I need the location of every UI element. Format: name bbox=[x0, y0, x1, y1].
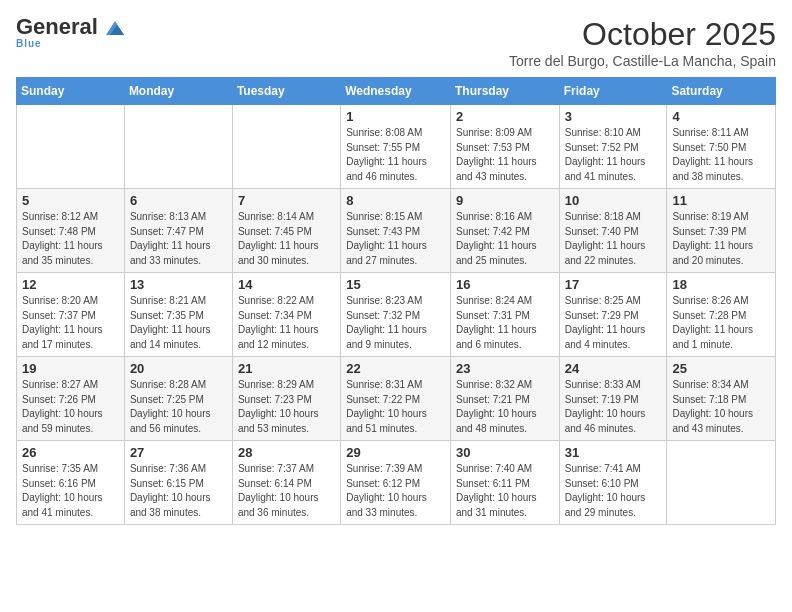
calendar-cell bbox=[667, 441, 776, 525]
location-title: Torre del Burgo, Castille-La Mancha, Spa… bbox=[509, 53, 776, 69]
weekday-header: Saturday bbox=[667, 78, 776, 105]
day-info: Sunrise: 8:10 AM Sunset: 7:52 PM Dayligh… bbox=[565, 126, 662, 184]
day-info: Sunrise: 8:15 AM Sunset: 7:43 PM Dayligh… bbox=[346, 210, 445, 268]
calendar-cell: 9Sunrise: 8:16 AM Sunset: 7:42 PM Daylig… bbox=[450, 189, 559, 273]
day-info: Sunrise: 8:14 AM Sunset: 7:45 PM Dayligh… bbox=[238, 210, 335, 268]
day-number: 1 bbox=[346, 109, 445, 124]
logo-subtitle: Blue bbox=[16, 38, 42, 49]
weekday-header: Wednesday bbox=[341, 78, 451, 105]
calendar-cell: 24Sunrise: 8:33 AM Sunset: 7:19 PM Dayli… bbox=[559, 357, 667, 441]
day-info: Sunrise: 8:32 AM Sunset: 7:21 PM Dayligh… bbox=[456, 378, 554, 436]
calendar-cell: 28Sunrise: 7:37 AM Sunset: 6:14 PM Dayli… bbox=[232, 441, 340, 525]
day-info: Sunrise: 8:20 AM Sunset: 7:37 PM Dayligh… bbox=[22, 294, 119, 352]
day-number: 27 bbox=[130, 445, 227, 460]
day-number: 2 bbox=[456, 109, 554, 124]
day-number: 23 bbox=[456, 361, 554, 376]
calendar-header-row: SundayMondayTuesdayWednesdayThursdayFrid… bbox=[17, 78, 776, 105]
day-info: Sunrise: 8:33 AM Sunset: 7:19 PM Dayligh… bbox=[565, 378, 662, 436]
calendar-week-row: 19Sunrise: 8:27 AM Sunset: 7:26 PM Dayli… bbox=[17, 357, 776, 441]
calendar-cell: 27Sunrise: 7:36 AM Sunset: 6:15 PM Dayli… bbox=[124, 441, 232, 525]
day-number: 15 bbox=[346, 277, 445, 292]
day-info: Sunrise: 7:41 AM Sunset: 6:10 PM Dayligh… bbox=[565, 462, 662, 520]
day-info: Sunrise: 7:39 AM Sunset: 6:12 PM Dayligh… bbox=[346, 462, 445, 520]
day-info: Sunrise: 8:22 AM Sunset: 7:34 PM Dayligh… bbox=[238, 294, 335, 352]
calendar-cell: 23Sunrise: 8:32 AM Sunset: 7:21 PM Dayli… bbox=[450, 357, 559, 441]
day-number: 6 bbox=[130, 193, 227, 208]
day-info: Sunrise: 8:13 AM Sunset: 7:47 PM Dayligh… bbox=[130, 210, 227, 268]
day-info: Sunrise: 7:36 AM Sunset: 6:15 PM Dayligh… bbox=[130, 462, 227, 520]
day-number: 21 bbox=[238, 361, 335, 376]
calendar-cell: 11Sunrise: 8:19 AM Sunset: 7:39 PM Dayli… bbox=[667, 189, 776, 273]
day-info: Sunrise: 8:27 AM Sunset: 7:26 PM Dayligh… bbox=[22, 378, 119, 436]
calendar-cell: 18Sunrise: 8:26 AM Sunset: 7:28 PM Dayli… bbox=[667, 273, 776, 357]
calendar-cell: 14Sunrise: 8:22 AM Sunset: 7:34 PM Dayli… bbox=[232, 273, 340, 357]
calendar-cell: 7Sunrise: 8:14 AM Sunset: 7:45 PM Daylig… bbox=[232, 189, 340, 273]
calendar-cell: 13Sunrise: 8:21 AM Sunset: 7:35 PM Dayli… bbox=[124, 273, 232, 357]
day-info: Sunrise: 8:24 AM Sunset: 7:31 PM Dayligh… bbox=[456, 294, 554, 352]
calendar-cell: 2Sunrise: 8:09 AM Sunset: 7:53 PM Daylig… bbox=[450, 105, 559, 189]
weekday-header: Sunday bbox=[17, 78, 125, 105]
calendar-cell: 30Sunrise: 7:40 AM Sunset: 6:11 PM Dayli… bbox=[450, 441, 559, 525]
day-info: Sunrise: 8:34 AM Sunset: 7:18 PM Dayligh… bbox=[672, 378, 770, 436]
calendar-cell: 22Sunrise: 8:31 AM Sunset: 7:22 PM Dayli… bbox=[341, 357, 451, 441]
weekday-header: Monday bbox=[124, 78, 232, 105]
calendar-cell: 4Sunrise: 8:11 AM Sunset: 7:50 PM Daylig… bbox=[667, 105, 776, 189]
day-info: Sunrise: 8:21 AM Sunset: 7:35 PM Dayligh… bbox=[130, 294, 227, 352]
calendar-cell: 3Sunrise: 8:10 AM Sunset: 7:52 PM Daylig… bbox=[559, 105, 667, 189]
month-title: October 2025 bbox=[509, 16, 776, 53]
calendar-cell: 19Sunrise: 8:27 AM Sunset: 7:26 PM Dayli… bbox=[17, 357, 125, 441]
day-info: Sunrise: 7:40 AM Sunset: 6:11 PM Dayligh… bbox=[456, 462, 554, 520]
calendar-cell: 31Sunrise: 7:41 AM Sunset: 6:10 PM Dayli… bbox=[559, 441, 667, 525]
day-info: Sunrise: 8:31 AM Sunset: 7:22 PM Dayligh… bbox=[346, 378, 445, 436]
day-info: Sunrise: 8:23 AM Sunset: 7:32 PM Dayligh… bbox=[346, 294, 445, 352]
day-info: Sunrise: 8:16 AM Sunset: 7:42 PM Dayligh… bbox=[456, 210, 554, 268]
calendar-cell: 5Sunrise: 8:12 AM Sunset: 7:48 PM Daylig… bbox=[17, 189, 125, 273]
calendar-cell: 15Sunrise: 8:23 AM Sunset: 7:32 PM Dayli… bbox=[341, 273, 451, 357]
day-number: 24 bbox=[565, 361, 662, 376]
day-number: 12 bbox=[22, 277, 119, 292]
day-info: Sunrise: 8:26 AM Sunset: 7:28 PM Dayligh… bbox=[672, 294, 770, 352]
day-number: 13 bbox=[130, 277, 227, 292]
day-number: 10 bbox=[565, 193, 662, 208]
weekday-header: Thursday bbox=[450, 78, 559, 105]
calendar-table: SundayMondayTuesdayWednesdayThursdayFrid… bbox=[16, 77, 776, 525]
weekday-header: Tuesday bbox=[232, 78, 340, 105]
day-info: Sunrise: 8:08 AM Sunset: 7:55 PM Dayligh… bbox=[346, 126, 445, 184]
day-number: 8 bbox=[346, 193, 445, 208]
day-number: 30 bbox=[456, 445, 554, 460]
day-number: 25 bbox=[672, 361, 770, 376]
day-info: Sunrise: 8:09 AM Sunset: 7:53 PM Dayligh… bbox=[456, 126, 554, 184]
day-number: 19 bbox=[22, 361, 119, 376]
calendar-cell: 10Sunrise: 8:18 AM Sunset: 7:40 PM Dayli… bbox=[559, 189, 667, 273]
calendar-week-row: 5Sunrise: 8:12 AM Sunset: 7:48 PM Daylig… bbox=[17, 189, 776, 273]
day-number: 17 bbox=[565, 277, 662, 292]
day-number: 9 bbox=[456, 193, 554, 208]
day-info: Sunrise: 8:18 AM Sunset: 7:40 PM Dayligh… bbox=[565, 210, 662, 268]
day-number: 7 bbox=[238, 193, 335, 208]
calendar-cell: 21Sunrise: 8:29 AM Sunset: 7:23 PM Dayli… bbox=[232, 357, 340, 441]
weekday-header: Friday bbox=[559, 78, 667, 105]
day-info: Sunrise: 7:35 AM Sunset: 6:16 PM Dayligh… bbox=[22, 462, 119, 520]
calendar-cell: 12Sunrise: 8:20 AM Sunset: 7:37 PM Dayli… bbox=[17, 273, 125, 357]
calendar-cell: 29Sunrise: 7:39 AM Sunset: 6:12 PM Dayli… bbox=[341, 441, 451, 525]
day-number: 29 bbox=[346, 445, 445, 460]
calendar-cell: 6Sunrise: 8:13 AM Sunset: 7:47 PM Daylig… bbox=[124, 189, 232, 273]
day-number: 31 bbox=[565, 445, 662, 460]
day-number: 3 bbox=[565, 109, 662, 124]
calendar-cell: 8Sunrise: 8:15 AM Sunset: 7:43 PM Daylig… bbox=[341, 189, 451, 273]
day-number: 18 bbox=[672, 277, 770, 292]
day-number: 28 bbox=[238, 445, 335, 460]
calendar-week-row: 1Sunrise: 8:08 AM Sunset: 7:55 PM Daylig… bbox=[17, 105, 776, 189]
calendar-cell: 17Sunrise: 8:25 AM Sunset: 7:29 PM Dayli… bbox=[559, 273, 667, 357]
day-number: 20 bbox=[130, 361, 227, 376]
calendar-cell: 1Sunrise: 8:08 AM Sunset: 7:55 PM Daylig… bbox=[341, 105, 451, 189]
day-info: Sunrise: 7:37 AM Sunset: 6:14 PM Dayligh… bbox=[238, 462, 335, 520]
day-number: 16 bbox=[456, 277, 554, 292]
calendar-cell bbox=[124, 105, 232, 189]
day-info: Sunrise: 8:25 AM Sunset: 7:29 PM Dayligh… bbox=[565, 294, 662, 352]
day-number: 4 bbox=[672, 109, 770, 124]
day-number: 5 bbox=[22, 193, 119, 208]
title-section: October 2025 Torre del Burgo, Castille-L… bbox=[509, 16, 776, 69]
calendar-week-row: 26Sunrise: 7:35 AM Sunset: 6:16 PM Dayli… bbox=[17, 441, 776, 525]
calendar-cell bbox=[232, 105, 340, 189]
